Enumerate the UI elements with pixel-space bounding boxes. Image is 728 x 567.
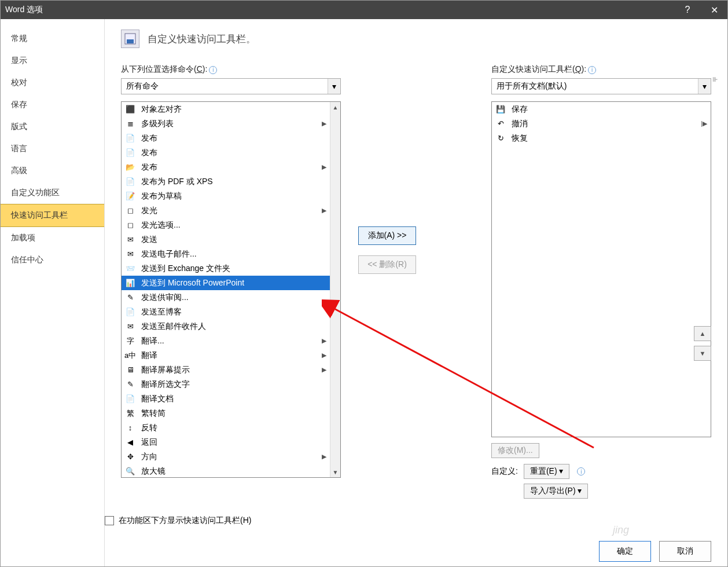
- sidebar-item-3[interactable]: 保存: [1, 94, 104, 116]
- choose-commands-combo[interactable]: 所有命令 ▾: [121, 78, 341, 94]
- chevron-down-icon[interactable]: ▾: [328, 79, 340, 94]
- titlebar: Word 选项 ? ✕: [1, 1, 727, 19]
- svg-rect-1: [127, 39, 134, 43]
- info-icon[interactable]: i: [588, 66, 596, 74]
- list-item[interactable]: ◻发光▶: [122, 203, 330, 218]
- command-icon: ✎: [125, 292, 135, 303]
- heading-text: 自定义快速访问工具栏。: [148, 32, 256, 46]
- command-label: 发布: [141, 133, 157, 144]
- sidebar-item-10[interactable]: 信任中心: [1, 249, 104, 271]
- sidebar-item-6[interactable]: 高级: [1, 160, 104, 182]
- add-button[interactable]: 添加(A) >>: [358, 226, 416, 245]
- command-icon: ⬛: [125, 104, 135, 115]
- command-label: 发布: [141, 148, 157, 158]
- list-item[interactable]: ✉发送至邮件收件人: [122, 319, 330, 334]
- command-icon: 📂: [125, 162, 135, 173]
- command-icon: a中: [125, 350, 135, 361]
- show-below-ribbon-checkbox[interactable]: [105, 516, 114, 525]
- sidebar-item-9[interactable]: 加载项: [1, 227, 104, 249]
- chevron-down-icon[interactable]: ▾: [698, 79, 711, 94]
- list-item[interactable]: 📨发送到 Exchange 文件夹: [122, 261, 330, 276]
- scrollbar[interactable]: ▲ ▼: [330, 102, 340, 477]
- list-item[interactable]: 📄翻译文档: [122, 392, 330, 406]
- list-item[interactable]: a中翻译▶: [122, 348, 330, 363]
- list-item[interactable]: 📄发布: [122, 131, 330, 145]
- list-item[interactable]: 📄发送至博客: [122, 305, 330, 319]
- command-icon: ✉: [125, 321, 135, 332]
- sidebar-item-1[interactable]: 显示: [1, 50, 104, 72]
- commands-listbox[interactable]: ⬛对象左对齐≣多级列表▶📄发布📄发布📂发布▶📄发布为 PDF 或 XPS📝发布为…: [121, 101, 341, 478]
- list-item[interactable]: ↕反转: [122, 420, 330, 435]
- cancel-button[interactable]: 取消: [659, 541, 711, 562]
- sidebar-item-7[interactable]: 自定义功能区: [1, 182, 104, 204]
- list-item[interactable]: 📂发布▶: [122, 160, 330, 174]
- close-button[interactable]: ✕: [701, 1, 727, 19]
- list-item[interactable]: 📊发送到 Microsoft PowerPoint: [122, 276, 330, 290]
- modify-button: 修改(M)...: [491, 443, 539, 458]
- qat-listbox[interactable]: 💾保存↶撤消|▶↻恢复: [491, 101, 711, 437]
- list-item[interactable]: 字翻译...▶: [122, 334, 330, 348]
- reset-button[interactable]: 重置(E) ▾: [524, 464, 570, 479]
- list-item[interactable]: 🖥翻译屏幕提示▶: [122, 363, 330, 377]
- sidebar-item-5[interactable]: 语言: [1, 138, 104, 160]
- help-button[interactable]: ?: [674, 1, 701, 19]
- list-item[interactable]: 📝发布为草稿: [122, 189, 330, 203]
- submenu-arrow-icon: ▶: [322, 207, 326, 214]
- expand-arrow-icon[interactable]: ⊪: [712, 76, 718, 83]
- list-item[interactable]: ✎翻译所选文字: [122, 377, 330, 392]
- combo-text: 所有命令: [122, 79, 328, 94]
- command-label: 发送到 Microsoft PowerPoint: [141, 278, 244, 288]
- reorder-buttons: ▲ ▼: [694, 326, 711, 361]
- list-item[interactable]: 📄发布为 PDF 或 XPS: [122, 174, 330, 189]
- command-label: 翻译屏幕提示: [141, 365, 190, 375]
- command-icon: 📄: [125, 177, 135, 187]
- list-item[interactable]: ⬛对象左对齐: [122, 102, 330, 116]
- import-export-button[interactable]: 导入/导出(P) ▾: [524, 484, 588, 499]
- command-icon: 🔍: [125, 466, 135, 477]
- customize-qat-combo[interactable]: 用于所有文档(默认) ▾: [491, 78, 711, 94]
- command-icon: 🖥: [125, 365, 135, 375]
- command-icon: 📊: [125, 278, 135, 288]
- list-item[interactable]: 📄发布: [122, 145, 330, 160]
- list-item[interactable]: ✉发送电子邮件...: [122, 247, 330, 261]
- move-up-button[interactable]: ▲: [694, 326, 711, 341]
- list-item[interactable]: ◀返回: [122, 435, 330, 449]
- command-label: 发布: [141, 162, 157, 173]
- list-item[interactable]: ↻恢复: [492, 131, 711, 145]
- sidebar-item-4[interactable]: 版式: [1, 116, 104, 138]
- remove-button: << 删除(R): [358, 255, 416, 274]
- command-icon: ◀: [125, 437, 135, 448]
- scroll-down-icon[interactable]: ▼: [330, 467, 340, 477]
- list-item[interactable]: ✎发送供审阅...: [122, 290, 330, 305]
- sidebar-item-0[interactable]: 常规: [1, 28, 104, 50]
- scroll-up-icon[interactable]: ▲: [330, 102, 340, 112]
- move-down-button[interactable]: ▼: [694, 346, 711, 361]
- list-item[interactable]: 🔍放大镜: [122, 464, 330, 477]
- command-label: 发送到 Exchange 文件夹: [141, 264, 230, 274]
- submenu-arrow-icon: |▶: [701, 120, 707, 127]
- command-label: 发送电子邮件...: [141, 249, 197, 259]
- list-item[interactable]: 繁繁转简: [122, 406, 330, 420]
- show-below-ribbon-row: 在功能区下方显示快速访问工具栏(H): [105, 515, 251, 526]
- command-label: 翻译文档: [141, 394, 174, 404]
- command-icon: 字: [125, 336, 135, 346]
- info-icon[interactable]: i: [209, 66, 217, 74]
- submenu-arrow-icon: ▶: [322, 120, 326, 127]
- heading-icon: [121, 30, 139, 48]
- list-item[interactable]: ✉发送: [122, 232, 330, 247]
- combo-text: 用于所有文档(默认): [492, 79, 698, 94]
- sidebar-item-2[interactable]: 校对: [1, 72, 104, 94]
- qat-column: 自定义快速访问工具栏(Q):i 用于所有文档(默认) ▾ 💾保存↶撤消|▶↻恢复…: [491, 64, 711, 499]
- info-icon[interactable]: i: [577, 467, 585, 475]
- submenu-arrow-icon: ▶: [322, 337, 326, 345]
- list-item[interactable]: ✥方向▶: [122, 449, 330, 464]
- command-label: 放大镜: [141, 466, 166, 477]
- list-item[interactable]: ≣多级列表▶: [122, 116, 330, 131]
- list-item[interactable]: ◻发光选项...: [122, 218, 330, 232]
- list-item[interactable]: 💾保存: [492, 102, 711, 116]
- sidebar-item-8[interactable]: 快速访问工具栏: [1, 204, 104, 227]
- ok-button[interactable]: 确定: [599, 541, 651, 562]
- submenu-arrow-icon: ▶: [322, 366, 326, 374]
- list-item[interactable]: ↶撤消|▶: [492, 116, 711, 131]
- dialog-buttons: 确定 取消: [599, 541, 711, 562]
